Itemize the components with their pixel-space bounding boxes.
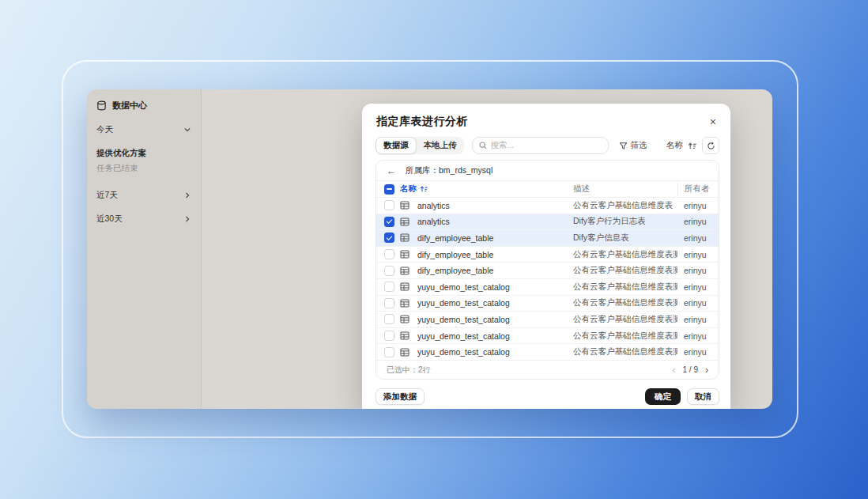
table-icon <box>400 233 417 242</box>
sidebar-task-title[interactable]: 提供优化方案 <box>96 148 191 159</box>
toolbar-right-group: 名称 <box>666 137 719 154</box>
row-owner: erinyu <box>677 201 719 210</box>
row-desc: 公有云客户基础信息维度表测试... <box>573 249 677 260</box>
name-header-label: 名称 <box>400 183 417 195</box>
row-owner: erinyu <box>677 250 719 259</box>
row-name: yuyu_demo_test_catalog <box>417 331 573 341</box>
add-data-button[interactable]: 添加数据 <box>376 388 425 405</box>
table-row[interactable]: dify_employee_table 公有云客户基础信息维度表测试... er… <box>376 247 719 263</box>
breadcrumb-label: 所属库：bm_rds_mysql <box>406 165 492 176</box>
page-indicator: 1 / 9 <box>683 365 698 374</box>
sidebar-header: 数据中心 <box>96 100 191 112</box>
cancel-button[interactable]: 取消 <box>687 388 719 405</box>
row-checkbox-cell <box>376 249 400 259</box>
sidebar-item-today[interactable]: 今天 <box>96 124 191 135</box>
chevron-right-icon <box>183 215 191 223</box>
row-checkbox[interactable] <box>384 298 394 308</box>
sort-ascending-icon <box>420 185 428 193</box>
table-row[interactable]: dify_employee_table Dify客户信息表 erinyu <box>376 230 719 247</box>
row-checkbox[interactable] <box>384 314 394 324</box>
row-checkbox[interactable] <box>384 200 394 210</box>
row-owner: erinyu <box>677 266 719 275</box>
modal-action-bar: 添加数据 确定 取消 <box>376 388 719 405</box>
row-owner: erinyu <box>677 282 719 292</box>
sidebar-item-last7days[interactable]: 近7天 <box>96 190 191 201</box>
row-desc: 公有云客户基础信息维度表测试... <box>573 346 677 357</box>
row-checkbox-cell <box>376 266 400 276</box>
column-header-owner: 所有者 <box>677 181 719 197</box>
tables-card: ← 所属库：bm_rds_mysql 名称 描述 所有者 <box>376 160 719 380</box>
close-icon[interactable]: × <box>707 115 719 129</box>
table-icon <box>400 282 417 291</box>
sort-field-label[interactable]: 名称 <box>666 140 683 151</box>
row-desc: 公有云客户基础信息维度表测试... <box>573 265 677 276</box>
table-icon <box>400 348 417 357</box>
sort-ascending-icon[interactable] <box>688 142 697 150</box>
row-checkbox[interactable] <box>384 217 394 227</box>
table-row[interactable]: yuyu_demo_test_catalog 公有云客户基础信息维度表测试...… <box>376 296 719 312</box>
sidebar: 数据中心 今天 提供优化方案 任务已结束 近7天 近30天 <box>87 89 202 409</box>
tab-local-upload[interactable]: 本地上传 <box>417 137 464 154</box>
column-header-name[interactable]: 名称 <box>400 183 573 195</box>
header-checkbox-cell <box>376 184 400 195</box>
page-next-icon[interactable]: › <box>705 365 708 375</box>
table-rows: analytics 公有云客户基础信息维度表 erinyu analytics … <box>376 198 719 360</box>
specify-tables-modal: 指定库表进行分析 × 数据源 本地上传 搜索... <box>362 104 730 409</box>
row-checkbox[interactable] <box>384 347 394 357</box>
filter-label: 筛选 <box>631 140 647 151</box>
row-checkbox[interactable] <box>384 266 394 276</box>
tab-datasource[interactable]: 数据源 <box>376 137 417 154</box>
row-checkbox[interactable] <box>384 232 394 243</box>
row-desc: 公有云客户基础信息维度表测试... <box>573 331 677 342</box>
table-icon <box>400 299 417 308</box>
row-checkbox[interactable] <box>384 249 394 259</box>
row-desc: Dify客户行为日志表 <box>573 216 677 227</box>
row-checkbox[interactable] <box>384 282 394 292</box>
confirm-button[interactable]: 确定 <box>645 388 681 405</box>
modal-toolbar: 数据源 本地上传 搜索... 筛选 名称 <box>376 136 719 155</box>
table-header-row: 名称 描述 所有者 <box>376 181 719 198</box>
page-prev-icon[interactable]: ‹ <box>673 365 676 375</box>
table-row[interactable]: yuyu_demo_test_catalog 公有云客户基础信息维度表测试...… <box>376 328 719 345</box>
last7-label: 近7天 <box>96 190 118 201</box>
row-name: yuyu_demo_test_catalog <box>417 298 573 308</box>
table-row[interactable]: dify_employee_table 公有云客户基础信息维度表测试... er… <box>376 263 719 279</box>
table-row[interactable]: yuyu_demo_test_catalog 公有云客户基础信息维度表测试...… <box>376 344 719 360</box>
row-name: yuyu_demo_test_catalog <box>417 315 573 324</box>
breadcrumb: ← 所属库：bm_rds_mysql <box>376 161 719 181</box>
table-icon <box>400 201 417 210</box>
back-arrow-icon[interactable]: ← <box>387 166 396 176</box>
row-name: dify_employee_table <box>417 266 573 275</box>
column-header-desc: 描述 <box>573 183 677 195</box>
table-row[interactable]: yuyu_demo_test_catalog 公有云客户基础信息维度表测试...… <box>376 312 719 328</box>
table-icon <box>400 331 417 340</box>
table-row[interactable]: analytics Dify客户行为日志表 erinyu <box>376 214 719 231</box>
last30-label: 近30天 <box>96 214 123 225</box>
sidebar-item-last30days[interactable]: 近30天 <box>96 214 191 225</box>
sidebar-title: 数据中心 <box>112 100 147 112</box>
table-icon <box>400 250 417 259</box>
refresh-button[interactable] <box>702 137 719 154</box>
row-checkbox-cell <box>376 298 400 308</box>
chevron-right-icon <box>183 191 191 199</box>
main-content-area: 指定库表进行分析 × 数据源 本地上传 搜索... <box>202 89 772 409</box>
search-placeholder: 搜索... <box>491 140 515 151</box>
modal-title: 指定库表进行分析 <box>376 115 468 129</box>
row-name: dify_employee_table <box>417 233 573 243</box>
database-icon <box>96 100 107 111</box>
search-input[interactable]: 搜索... <box>472 137 609 154</box>
row-checkbox-cell <box>376 314 400 324</box>
row-checkbox[interactable] <box>384 331 394 341</box>
table-row[interactable]: yuyu_demo_test_catalog 公有云客户基础信息维度表测试...… <box>376 279 719 296</box>
row-checkbox-cell <box>376 217 400 227</box>
select-all-checkbox[interactable] <box>384 184 394 195</box>
row-owner: erinyu <box>677 233 719 243</box>
row-desc: 公有云客户基础信息维度表测试... <box>573 297 677 308</box>
app-window: 数据中心 今天 提供优化方案 任务已结束 近7天 近30天 指定库表进行分析 × <box>87 89 772 409</box>
table-row[interactable]: analytics 公有云客户基础信息维度表 erinyu <box>376 198 719 214</box>
filter-button[interactable]: 筛选 <box>619 140 647 151</box>
row-desc: 公有云客户基础信息维度表测试... <box>573 314 677 325</box>
sidebar-task-status: 任务已结束 <box>96 163 191 174</box>
selected-summary: 已选中：2行 <box>387 365 431 376</box>
row-name: yuyu_demo_test_catalog <box>417 347 573 357</box>
